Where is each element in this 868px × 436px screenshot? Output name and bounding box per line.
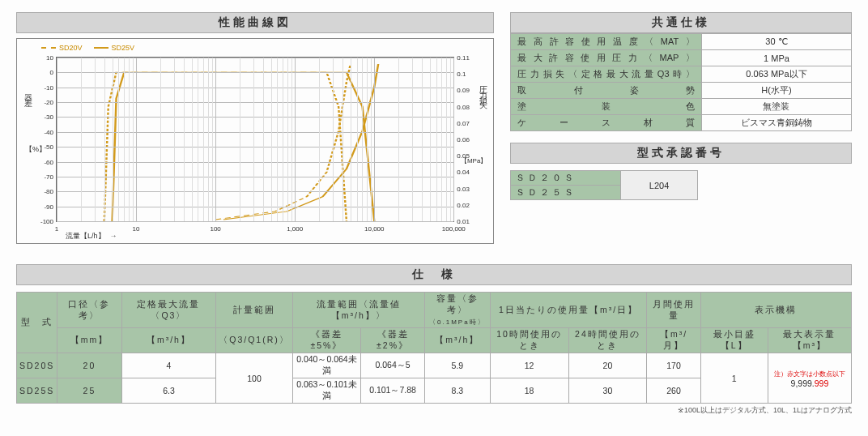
col-range-unit: 〈Q3/Q1(R)〉 <box>216 328 293 353</box>
spec-value: ビスマス青銅鋳物 <box>701 115 851 131</box>
approval-box: ＳＤ２０Ｓ ＳＤ２５Ｓ L204 <box>510 170 698 200</box>
col-flowrange: 流量範囲〈流量値【m³/h】〉 <box>292 293 424 328</box>
approval-code: L204 <box>621 170 698 200</box>
col-cap: 容量〈参考〉 〈0.1MPa時〉 <box>424 293 490 328</box>
col-q3-unit: 【m³/h】 <box>121 328 216 353</box>
col-daily: 1日当たりの使用量【m³/日】 <box>490 293 647 328</box>
col-dia-unit: 【mm】 <box>57 328 121 353</box>
col-monthly: 月間使用量 <box>647 293 700 328</box>
x-axis-label: 流量【L/h】 <box>66 231 117 242</box>
table-row: SD20S 20 4 100 0.040～0.064未満 0.064～5 5.9… <box>17 353 852 378</box>
spec-table: 型 式 口径〈参考〉 定格最大流量〈Q3〉 計量範囲 流量範囲〈流量値【m³/h… <box>16 292 852 404</box>
col-dia: 口径〈参考〉 <box>57 293 121 328</box>
chart-legend: SD20V SD25V <box>41 44 134 52</box>
spec-footnote: ※100L以上はデジタル方式、10L、1Lはアナログ方式 <box>16 405 852 416</box>
y-left-label: 器差 <box>22 88 33 97</box>
spec-label: 取付姿勢 <box>511 83 702 99</box>
approval-model: ＳＤ２５Ｓ <box>511 186 620 199</box>
col-cap-unit: 【m³/h】 <box>424 328 490 353</box>
approval-model: ＳＤ２０Ｓ <box>511 171 620 186</box>
spec-value: 30 ℃ <box>701 34 851 50</box>
col-min: 最小目盛【L】 <box>700 328 768 353</box>
chart-title: 性能曲線図 <box>16 12 494 33</box>
col-monthly-unit: 【m³/月】 <box>647 328 700 353</box>
chart-grid: 100-10-20-30-40-50-60-70-80-90-1000.110.… <box>56 57 454 222</box>
spec-label: 最大許容使用圧力〈MAP〉 <box>511 50 702 66</box>
col-q3: 定格最大流量〈Q3〉 <box>121 293 216 328</box>
common-spec-table: 最高許容使用温度〈MAT〉30 ℃最大許容使用圧力〈MAP〉1 MPa圧力損失〈… <box>510 33 852 131</box>
approval-title: 型式承認番号 <box>510 143 852 164</box>
spec-value: 0.063 MPa以下 <box>701 66 851 83</box>
performance-chart: SD20V SD25V 器差 【%】 圧力損失 【MPa】 100-10-20-… <box>16 38 494 244</box>
spec-value: 1 MPa <box>701 50 851 66</box>
col-h10: 10時間使用のとき <box>490 328 568 353</box>
spec-label: 最高許容使用温度〈MAT〉 <box>511 34 702 50</box>
max-display-cell: 注）赤文字は小数点以下 9,999.999 <box>768 353 851 404</box>
spec-label: 塗装色 <box>511 99 702 115</box>
spec-label: ケース材質 <box>511 115 702 131</box>
col-max: 最大表示量【m³】 <box>768 328 851 353</box>
spec-value: H(水平) <box>701 83 851 99</box>
col-display: 表示機構 <box>700 293 851 328</box>
col-model: 型 式 <box>17 293 57 353</box>
common-spec-title: 共通仕様 <box>510 12 852 33</box>
col-range: 計量範囲 <box>216 293 293 328</box>
col-err5: 《器差±5%》 <box>292 328 360 353</box>
col-err2: 《器差±2%》 <box>361 328 425 353</box>
spec-value: 無塗装 <box>701 99 851 115</box>
spec-title: 仕 様 <box>16 264 852 285</box>
spec-label: 圧力損失〈定格最大流量Q3時〉 <box>511 66 702 83</box>
col-h24: 24時間使用のとき <box>568 328 647 353</box>
